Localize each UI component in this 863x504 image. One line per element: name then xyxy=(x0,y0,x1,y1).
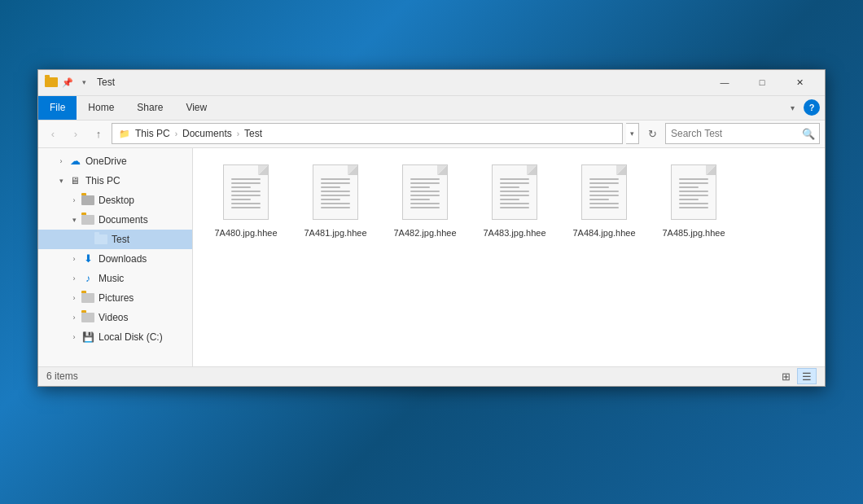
window-title: Test xyxy=(97,77,706,88)
onedrive-icon: ☁ xyxy=(68,154,82,169)
sidebar: › ☁ OneDrive ▾ 🖥 This PC › Desktop xyxy=(38,148,193,366)
sidebar-item-pictures[interactable]: › Pictures xyxy=(38,288,192,308)
localdisk-icon: 💾 xyxy=(81,330,95,344)
desktop-icon xyxy=(81,193,95,208)
explorer-window: 📌 ▾ Test — □ ✕ File Home Share View ▾ ? … xyxy=(37,69,826,387)
test-folder-icon xyxy=(94,232,108,247)
path-item-test[interactable]: Test xyxy=(244,128,262,139)
file-icon xyxy=(665,163,722,223)
videos-label: Videos xyxy=(99,312,128,323)
music-label: Music xyxy=(99,273,124,284)
path-sep-1: › xyxy=(175,129,177,138)
menu-expand-icon[interactable]: ▾ xyxy=(784,99,800,116)
pin-icon: 📌 xyxy=(61,76,74,89)
back-button[interactable]: ‹ xyxy=(43,124,63,143)
menu-bar: File Home Share View ▾ ? xyxy=(38,96,825,121)
music-icon: ♪ xyxy=(81,271,95,286)
status-bar: 6 items ⊞ ☰ xyxy=(38,366,825,386)
pictures-label: Pictures xyxy=(99,292,134,304)
downloads-label: Downloads xyxy=(99,253,147,265)
file-item[interactable]: 7A482.jpg.hhee xyxy=(380,156,470,246)
generic-file-icon xyxy=(671,164,716,220)
downloads-arrow: › xyxy=(68,252,81,265)
desktop-arrow: › xyxy=(68,194,81,207)
localdisk-arrow: › xyxy=(68,331,81,344)
pictures-icon xyxy=(81,291,95,305)
grid-view-button[interactable]: ⊞ xyxy=(776,368,795,384)
path-item-pc[interactable]: This PC xyxy=(135,128,170,139)
sidebar-item-videos[interactable]: › Videos xyxy=(38,308,192,327)
sidebar-item-onedrive[interactable]: › ☁ OneDrive xyxy=(38,151,192,171)
menu-share[interactable]: Share xyxy=(125,96,174,120)
forward-button[interactable]: › xyxy=(66,124,85,143)
path-folder-icon: 📁 xyxy=(119,129,130,139)
file-item[interactable]: 7A484.jpg.hhee xyxy=(559,156,649,246)
localdisk-label: Local Disk (C:) xyxy=(99,331,163,343)
file-icon xyxy=(576,163,633,223)
sidebar-item-test[interactable]: › Test xyxy=(38,230,192,249)
sidebar-item-desktop[interactable]: › Desktop xyxy=(38,191,192,210)
file-icon xyxy=(486,163,543,223)
sidebar-item-thispc[interactable]: ▾ 🖥 This PC xyxy=(38,171,192,191)
thispc-arrow: ▾ xyxy=(55,174,68,187)
search-button[interactable]: 🔍 xyxy=(798,123,819,144)
sidebar-item-downloads[interactable]: › ⬇ Downloads xyxy=(38,249,192,269)
up-button[interactable]: ↑ xyxy=(89,124,108,143)
generic-file-icon xyxy=(581,164,627,220)
address-dropdown[interactable]: ▾ xyxy=(626,123,639,144)
help-button[interactable]: ? xyxy=(804,99,820,116)
documents-arrow: ▾ xyxy=(68,213,81,226)
generic-file-icon xyxy=(492,164,537,220)
file-item[interactable]: 7A483.jpg.hhee xyxy=(470,156,559,246)
documents-icon xyxy=(81,213,95,227)
address-bar: ‹ › ↑ 📁 This PC › Documents › Test ▾ ↻ 🔍 xyxy=(38,121,825,148)
file-icon xyxy=(396,163,453,223)
title-icons: 📌 ▾ xyxy=(45,76,90,89)
search-input[interactable] xyxy=(666,128,798,139)
item-count: 6 items xyxy=(46,370,78,382)
title-bar: 📌 ▾ Test — □ ✕ xyxy=(38,70,825,96)
file-name: 7A484.jpg.hhee xyxy=(572,227,635,239)
documents-label: Documents xyxy=(99,214,148,226)
menu-home[interactable]: Home xyxy=(77,96,125,120)
path-item-documents[interactable]: Documents xyxy=(182,128,232,139)
file-icon xyxy=(307,163,364,223)
sidebar-item-music[interactable]: › ♪ Music xyxy=(38,269,192,288)
view-buttons: ⊞ ☰ xyxy=(776,368,817,384)
minimize-button[interactable]: — xyxy=(706,69,743,95)
downloads-icon: ⬇ xyxy=(81,252,95,266)
sidebar-item-documents[interactable]: ▾ Documents xyxy=(38,210,192,230)
onedrive-label: OneDrive xyxy=(85,156,127,167)
close-button[interactable]: ✕ xyxy=(781,69,818,95)
down-icon: ▾ xyxy=(77,76,90,89)
list-view-button[interactable]: ☰ xyxy=(797,368,817,384)
menu-view[interactable]: View xyxy=(174,96,218,120)
sidebar-item-localdisk[interactable]: › 💾 Local Disk (C:) xyxy=(38,327,192,347)
videos-icon xyxy=(81,310,95,325)
file-item[interactable]: 7A481.jpg.hhee xyxy=(291,156,380,246)
menu-file[interactable]: File xyxy=(38,96,77,120)
file-icon xyxy=(217,163,274,223)
file-area: 7A480.jpg.hhee7A481.jpg.hhee7A482.jpg.hh… xyxy=(193,148,825,366)
generic-file-icon xyxy=(402,164,448,220)
file-item[interactable]: 7A480.jpg.hhee xyxy=(201,156,291,246)
generic-file-icon xyxy=(313,164,358,220)
path-sep-2: › xyxy=(237,129,239,138)
file-name: 7A483.jpg.hhee xyxy=(483,227,545,239)
file-name: 7A482.jpg.hhee xyxy=(393,227,456,239)
menu-bar-right: ▾ ? xyxy=(784,96,825,120)
file-name: 7A485.jpg.hhee xyxy=(662,227,725,239)
file-item[interactable]: 7A485.jpg.hhee xyxy=(649,156,738,246)
thispc-label: This PC xyxy=(85,175,120,186)
maximize-button[interactable]: □ xyxy=(743,69,781,95)
file-name: 7A481.jpg.hhee xyxy=(304,227,366,239)
pc-icon: 🖥 xyxy=(68,173,82,188)
title-folder-icon xyxy=(45,77,58,87)
test-label: Test xyxy=(112,234,129,245)
refresh-button[interactable]: ↻ xyxy=(642,124,662,143)
search-box: 🔍 xyxy=(665,123,820,144)
address-path[interactable]: 📁 This PC › Documents › Test xyxy=(112,123,623,144)
desktop-label: Desktop xyxy=(99,195,134,206)
videos-arrow: › xyxy=(68,311,81,324)
folder-icon-title xyxy=(45,76,58,89)
